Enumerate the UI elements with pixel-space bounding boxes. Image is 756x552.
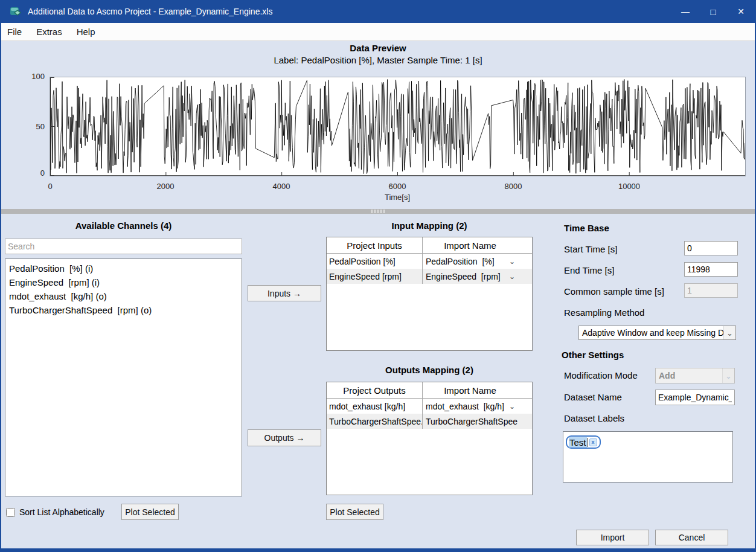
list-item[interactable]: mdot_exhaust [kg/h] (o) (5, 289, 242, 303)
maximize-icon[interactable]: □ (699, 0, 727, 23)
modification-mode-value: Add (656, 371, 722, 380)
x-tick-8000: 8000 (505, 182, 522, 191)
time-base-heading: Time Base (564, 223, 609, 233)
inputs-transfer-button[interactable]: Inputs → (248, 285, 321, 301)
x-tick-6000: 6000 (389, 182, 406, 191)
start-time-field[interactable] (684, 241, 738, 255)
close-icon[interactable]: ✕ (727, 0, 755, 23)
list-item[interactable]: EngineSpeed [rpm] (i) (5, 275, 242, 289)
y-tick-0: 0 (21, 168, 45, 178)
column-header: Project Outputs (327, 382, 423, 398)
channel-list[interactable]: PedalPosition [%] (i) EngineSpeed [rpm] … (5, 258, 242, 496)
available-channels-heading: Available Channels (4) (1, 220, 246, 231)
import-button[interactable]: Import (576, 530, 649, 545)
preview-plot-canvas (50, 77, 745, 176)
remove-tag-icon[interactable]: x (589, 438, 597, 446)
menu-file[interactable]: File (1, 23, 29, 40)
dataset-name-label: Dataset Name (564, 392, 622, 402)
end-time-label: End Time [s] (564, 265, 614, 275)
text-caret (588, 438, 588, 447)
outputs-mapping-heading: Outputs Mapping (2) (326, 365, 533, 375)
start-time-label: Start Time [s] (564, 244, 617, 254)
chevron-down-icon[interactable]: ⌄ (509, 402, 517, 411)
x-tick-4000: 4000 (273, 182, 290, 191)
other-settings-heading: Other Settings (562, 350, 624, 360)
import-name-cell[interactable]: EngineSpeed [rpm] ⌄ (423, 269, 517, 284)
y-tick-50: 50 (21, 122, 45, 131)
preview-plot[interactable] (50, 77, 746, 176)
plot-selected-channels-button[interactable]: Plot Selected (121, 504, 179, 520)
outputs-transfer-button[interactable]: Outputs → (248, 429, 321, 446)
search-input[interactable] (5, 239, 242, 254)
input-mapping-heading: Input Mapping (2) (326, 220, 533, 231)
dialog-window: Additional Data to Ascmo Project - Examp… (0, 0, 756, 552)
modification-mode-label: Modification Mode (564, 370, 638, 380)
outputs-mapping-table: Project Outputs Import Name mdot_exhaust… (326, 382, 533, 495)
dataset-labels-label: Dataset Labels (564, 413, 624, 423)
dataset-label-tag[interactable]: Test x (566, 435, 601, 449)
input-mapping-header-row: Project Inputs Import Name (327, 237, 532, 254)
table-row: mdot_exhaust [kg/h] mdot_exhaust [kg/h] … (327, 399, 532, 414)
tag-text: Test (569, 437, 587, 448)
modification-mode-select: Add ⌄ (655, 368, 735, 384)
import-name-value: mdot_exhaust [kg/h] (426, 402, 504, 411)
dataset-name-field[interactable] (655, 390, 735, 405)
title-bar[interactable]: Additional Data to Ascmo Project - Examp… (1, 0, 755, 23)
resampling-method-value: Adaptive Window and keep Missing Data (579, 328, 723, 338)
project-output-cell[interactable]: mdot_exhaust [kg/h] (327, 399, 423, 414)
project-output-cell[interactable]: TurboChargerShaftSpee... (327, 414, 423, 429)
app-icon (10, 5, 22, 18)
x-tick-0: 0 (48, 182, 52, 191)
menu-bar: File Extras Help (1, 23, 755, 41)
outputs-mapping-header-row: Project Outputs Import Name (327, 382, 532, 399)
list-item[interactable]: PedalPosition [%] (i) (5, 262, 242, 275)
import-name-cell[interactable]: mdot_exhaust [kg/h] ⌄ (423, 399, 517, 414)
resampling-method-select[interactable]: Adaptive Window and keep Missing Data ⌄ (578, 326, 736, 340)
preview-title: Data Preview (1, 43, 755, 53)
import-name-value: PedalPosition [%] (426, 257, 495, 266)
column-header: Project Inputs (327, 237, 423, 253)
input-mapping-table: Project Inputs Import Name PedalPosition… (326, 237, 533, 351)
list-item[interactable]: TurboChargerShaftSpeed [rpm] (o) (5, 303, 242, 317)
column-header: Import Name (423, 382, 517, 398)
cancel-button[interactable]: Cancel (655, 530, 728, 545)
project-input-cell[interactable]: EngineSpeed [rpm] (327, 269, 423, 284)
resampling-method-label: Resampling Method (564, 307, 644, 318)
chevron-down-icon[interactable]: ⌄ (723, 326, 735, 339)
project-input-cell[interactable]: PedalPosition [%] (327, 254, 423, 269)
table-row: EngineSpeed [rpm] EngineSpeed [rpm] ⌄ (327, 269, 532, 284)
import-name-value: TurboChargerShaftSpee (426, 417, 517, 426)
sort-alphabetically-checkbox[interactable] (6, 508, 15, 517)
common-sample-time-label: Common sample time [s] (564, 286, 664, 297)
sort-alphabetically-label: Sort List Alphabetically (19, 507, 104, 517)
end-time-field[interactable] (684, 262, 738, 277)
import-name-value: EngineSpeed [rpm] (426, 272, 501, 281)
window-title: Additional Data to Ascmo Project - Examp… (28, 7, 272, 16)
dataset-labels-box[interactable]: Test x (563, 431, 733, 483)
import-name-cell[interactable]: TurboChargerShaftSpee ⌄ (423, 414, 517, 429)
import-name-cell[interactable]: PedalPosition [%] ⌄ (423, 254, 517, 269)
chevron-down-icon[interactable]: ⌄ (509, 272, 517, 281)
y-tick-100: 100 (21, 72, 45, 81)
sort-alphabetically-row: Sort List Alphabetically (6, 507, 104, 517)
splitter-handle[interactable] (371, 210, 385, 213)
x-axis-label: Time[s] (385, 193, 410, 202)
column-header: Import Name (423, 237, 517, 253)
preview-subtitle: Label: PedalPosition [%], Master Sample … (1, 55, 755, 65)
x-tick-10000: 10000 (618, 182, 640, 191)
horizontal-splitter[interactable] (1, 209, 755, 214)
table-row: PedalPosition [%] PedalPosition [%] ⌄ (327, 254, 532, 269)
menu-help[interactable]: Help (69, 23, 103, 40)
common-sample-time-field (684, 283, 738, 298)
minimize-icon[interactable]: — (671, 0, 699, 23)
menu-extras[interactable]: Extras (29, 23, 69, 40)
chevron-down-icon: ⌄ (722, 368, 734, 383)
x-tick-2000: 2000 (157, 182, 175, 191)
table-row: TurboChargerShaftSpee... TurboChargerSha… (327, 414, 532, 429)
chevron-down-icon[interactable]: ⌄ (509, 257, 517, 266)
plot-selected-mapping-button[interactable]: Plot Selected (326, 504, 383, 520)
